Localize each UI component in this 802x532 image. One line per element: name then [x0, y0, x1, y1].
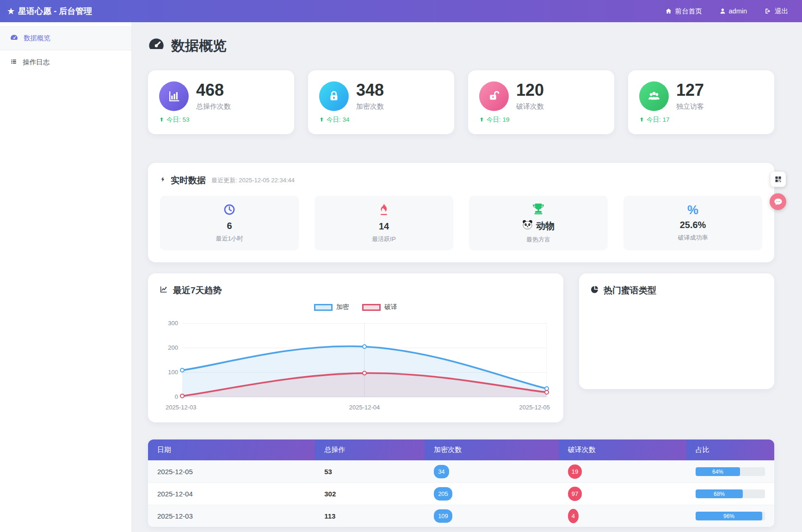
stat-label: 加密次数 [356, 102, 384, 111]
panda-icon [522, 220, 533, 232]
encrypt-count-badge: 109 [434, 509, 452, 523]
realtime-item-last-hour: 6 最近1小时 [160, 196, 299, 250]
table-row: 2025-12-03113109496% [148, 505, 774, 527]
realtime-item-hot-dialect: 动物 最热方言 [469, 196, 608, 250]
sidebar-item-label: 数据概览 [24, 34, 50, 43]
fire-icon [379, 203, 389, 218]
stat-label: 总操作次数 [196, 102, 231, 111]
navbar: ★ 星语心愿 - 后台管理 前台首页 admin 退出 [0, 0, 802, 22]
realtime-value: 动物 [522, 220, 555, 232]
arrow-up-icon [479, 117, 484, 124]
brand: ★ 星语心愿 - 后台管理 [7, 6, 92, 17]
arrow-up-icon [319, 117, 324, 124]
brand-title: 星语心愿 - 后台管理 [18, 6, 92, 17]
realtime-item-active-ip: 14 最活跃IP [315, 196, 453, 250]
realtime-card: 实时数据 最近更新: 2025-12-05 22:34:44 6 最近1小时 1… [148, 163, 774, 262]
col-header-encrypt: 加密次数 [425, 439, 559, 461]
pie-card-title: 热门蜜语类型 [590, 285, 763, 297]
clock-icon [223, 204, 235, 217]
sidebar-item-logs[interactable]: 操作日志 [0, 50, 131, 74]
legend-swatch-decrypt [362, 304, 381, 311]
stat-value: 468 [196, 81, 231, 99]
svg-text:200: 200 [168, 344, 178, 351]
svg-text:2025-12-03: 2025-12-03 [166, 404, 197, 411]
legend-label: 破译 [384, 303, 397, 311]
table-row: 2025-12-043022059768% [148, 483, 774, 505]
svg-text:0: 0 [175, 393, 178, 400]
sidebar-item-label: 操作日志 [23, 58, 49, 67]
charts-row: 最近7天趋势 加密 破译 01002003002025-12-032025-12… [148, 273, 774, 422]
arrow-up-icon [159, 117, 164, 124]
nav-link-label: 退出 [775, 7, 788, 16]
stat-value: 120 [516, 81, 544, 99]
stat-card-decrypt: 120 破译次数 今日: 19 [468, 70, 614, 134]
stat-today: 今日: 34 [319, 116, 443, 124]
legend-item-encrypt[interactable]: 加密 [314, 303, 349, 311]
legend-item-decrypt[interactable]: 破译 [362, 303, 397, 311]
ratio-progress-bar: 96% [696, 512, 765, 520]
stat-label: 独立访客 [676, 102, 704, 111]
stats-table-body: 2025-12-0553341964%2025-12-043022059768%… [148, 461, 774, 527]
arrow-up-icon [639, 117, 644, 124]
nav-link-label: admin [729, 7, 747, 15]
ratio-progress-bar: 68% [696, 489, 765, 498]
decrypt-count-badge: 97 [568, 487, 582, 501]
percent-icon: % [687, 204, 698, 217]
pie-chart-icon [590, 285, 599, 296]
realtime-label: 最活跃IP [372, 235, 395, 243]
ratio-progress-bar: 64% [696, 467, 765, 476]
sidebar: 数据概览 操作日志 [0, 22, 132, 532]
stat-value: 127 [676, 81, 704, 99]
trend-chart-card: 最近7天趋势 加密 破译 01002003002025-12-032025-12… [148, 273, 563, 422]
stat-card-visitors: 127 独立访客 今日: 17 [628, 70, 774, 134]
realtime-value: 14 [379, 221, 389, 232]
stat-today: 今日: 53 [159, 116, 283, 124]
gauge-icon [10, 34, 18, 42]
svg-text:2025-12-05: 2025-12-05 [519, 404, 550, 411]
trend-chart-title: 最近7天趋势 [159, 285, 552, 297]
realtime-label: 破译成功率 [678, 234, 708, 242]
svg-text:2025-12-04: 2025-12-04 [349, 404, 380, 411]
nav-link-frontend[interactable]: 前台首页 [665, 7, 702, 16]
logout-icon [765, 8, 771, 14]
decrypt-count-badge: 19 [568, 464, 582, 479]
home-icon [665, 8, 672, 14]
star-icon: ★ [7, 6, 14, 16]
col-header-total: 总操作 [315, 439, 425, 461]
realtime-item-success-rate: % 25.6% 破译成功率 [623, 196, 762, 250]
sidebar-item-overview[interactable]: 数据概览 [0, 26, 131, 50]
realtime-title: 实时数据 最近更新: 2025-12-05 22:34:44 [160, 174, 762, 186]
grid-icon [774, 175, 782, 183]
pie-card: 热门蜜语类型 [579, 273, 774, 389]
trophy-icon [532, 203, 545, 217]
lock-icon [319, 81, 349, 111]
realtime-updated: 最近更新: 2025-12-05 22:34:44 [211, 176, 295, 185]
nav-links: 前台首页 admin 退出 [665, 7, 789, 16]
daily-stats-table: 日期 总操作 加密次数 破译次数 占比 2025-12-0553341964%2… [148, 439, 774, 527]
stat-card-total-ops: 468 总操作次数 今日: 53 [148, 70, 294, 134]
user-icon [720, 8, 726, 14]
cell-total: 53 [315, 461, 425, 483]
cell-total: 113 [315, 505, 425, 527]
svg-text:100: 100 [168, 369, 178, 376]
stat-today: 今日: 17 [639, 116, 763, 124]
bolt-icon [160, 175, 166, 186]
floating-grid-button[interactable] [771, 172, 786, 187]
list-icon [10, 58, 17, 66]
users-icon [639, 81, 669, 111]
table-row: 2025-12-0553341964% [148, 461, 774, 483]
realtime-value: 6 [227, 221, 232, 231]
stat-today: 今日: 19 [479, 116, 603, 124]
chat-bubble-icon [774, 198, 783, 206]
realtime-label: 最热方言 [526, 235, 550, 244]
cell-date: 2025-12-04 [148, 483, 315, 505]
nav-link-admin[interactable]: admin [720, 7, 747, 15]
nav-link-logout[interactable]: 退出 [765, 7, 788, 16]
page-title: 数据概览 [148, 36, 774, 56]
legend-swatch-encrypt [314, 304, 333, 311]
encrypt-count-badge: 34 [434, 465, 449, 478]
stat-label: 破译次数 [516, 102, 544, 111]
floating-chat-button[interactable] [770, 193, 786, 210]
realtime-label: 最近1小时 [216, 235, 243, 243]
svg-text:300: 300 [168, 320, 178, 327]
